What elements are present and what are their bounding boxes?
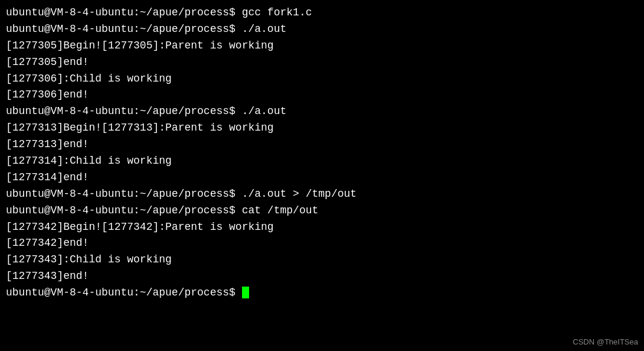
terminal-line: [1277314]:Child is working xyxy=(6,153,638,170)
terminal-line: [1277314]end! xyxy=(6,170,638,186)
terminal-line: [1277342]end! xyxy=(6,235,638,252)
terminal-line: [1277342]Begin![1277342]:Parent is worki… xyxy=(6,219,638,236)
terminal-line: ubuntu@VM-8-4-ubuntu:~/apue/process$ xyxy=(6,285,638,301)
terminal-line: [1277305]Begin![1277305]:Parent is worki… xyxy=(6,38,638,54)
terminal-line: [1277306]:Child is working xyxy=(6,71,638,87)
terminal-line: ubuntu@VM-8-4-ubuntu:~/apue/process$ ./a… xyxy=(6,186,638,203)
terminal-line: [1277313]end! xyxy=(6,136,638,153)
terminal-line: ubuntu@VM-8-4-ubuntu:~/apue/process$ ./a… xyxy=(6,21,638,38)
terminal-content: ubuntu@VM-8-4-ubuntu:~/apue/process$ gcc… xyxy=(6,5,638,301)
terminal-line: [1277343]end! xyxy=(6,268,638,285)
watermark: CSDN @TheITSea xyxy=(573,337,638,346)
terminal-window: ubuntu@VM-8-4-ubuntu:~/apue/process$ gcc… xyxy=(0,0,644,351)
terminal-line: ubuntu@VM-8-4-ubuntu:~/apue/process$ cat… xyxy=(6,203,638,219)
terminal-line: [1277313]Begin![1277313]:Parent is worki… xyxy=(6,120,638,136)
terminal-line: [1277306]end! xyxy=(6,87,638,103)
terminal-line: ubuntu@VM-8-4-ubuntu:~/apue/process$ ./a… xyxy=(6,103,638,120)
terminal-cursor xyxy=(242,287,249,298)
terminal-line: [1277343]:Child is working xyxy=(6,252,638,268)
terminal-line: [1277305]end! xyxy=(6,54,638,71)
prompt-text: ubuntu@VM-8-4-ubuntu:~/apue/process$ xyxy=(6,287,242,298)
terminal-line: ubuntu@VM-8-4-ubuntu:~/apue/process$ gcc… xyxy=(6,5,638,21)
